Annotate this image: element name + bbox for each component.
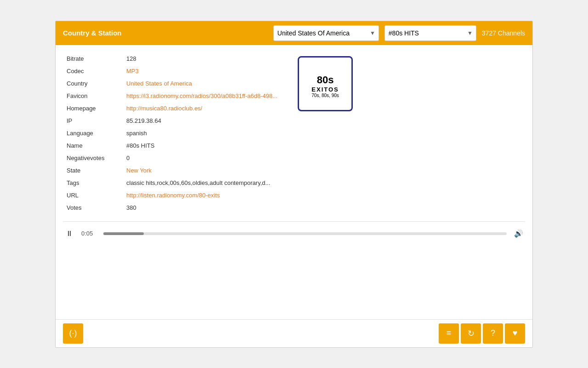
info-value: 380 xyxy=(123,201,281,214)
table-row: IP85.219.38.64 xyxy=(63,115,281,127)
table-row: StateNew York xyxy=(63,164,281,177)
radio-icon-button[interactable]: (·) xyxy=(63,323,83,344)
volume-button[interactable]: 🔊 xyxy=(512,227,525,240)
logo-exitos: EXITOS xyxy=(311,86,339,93)
info-label: State xyxy=(63,164,123,177)
table-row: Languagespanish xyxy=(63,127,281,139)
info-label: Codec xyxy=(63,65,123,77)
info-label: Country xyxy=(63,77,123,90)
table-row: Bitrate128 xyxy=(63,52,281,65)
info-value: classic hits,rock,00s,60s,oldies,adult c… xyxy=(123,177,281,189)
info-value[interactable]: New York xyxy=(123,164,281,177)
info-label: Votes xyxy=(63,201,123,214)
info-value: 128 xyxy=(123,52,281,65)
footer-right: ≡ ↻ ? ♥ xyxy=(439,323,525,344)
logo-years: 70s, 80s, 90s xyxy=(311,93,339,98)
header: Country & Station United States Of Ameri… xyxy=(56,21,532,45)
station-select-wrapper[interactable]: #80s HITS ▼ xyxy=(384,25,476,41)
info-value[interactable]: http://listen.radionomy.com/80-exits xyxy=(123,189,281,201)
table-row: Tagsclassic hits,rock,00s,60s,oldies,adu… xyxy=(63,177,281,189)
info-label: Language xyxy=(63,127,123,139)
info-value[interactable]: https://i3.radionomy.com/radios/300/a08b… xyxy=(123,90,281,102)
app-container: Country & Station United States Of Ameri… xyxy=(55,21,533,348)
station-logo: 80s EXITOS 70s, 80s, 90s xyxy=(298,56,353,111)
info-section: Bitrate128CodecMP3CountryUnited States o… xyxy=(63,52,281,214)
country-select-wrapper[interactable]: United States Of America ▼ xyxy=(273,25,379,41)
table-row: URLhttp://listen.radionomy.com/80-exits xyxy=(63,189,281,201)
info-table: Bitrate128CodecMP3CountryUnited States o… xyxy=(63,52,281,214)
table-row: Votes380 xyxy=(63,201,281,214)
channels-count: 3727 Channels xyxy=(482,29,525,37)
play-pause-button[interactable]: ⏸ xyxy=(63,227,76,240)
info-value[interactable]: http://musica80.radioclub.es/ xyxy=(123,102,281,115)
station-select[interactable]: #80s HITS xyxy=(384,25,476,41)
info-label: Favicon xyxy=(63,90,123,102)
list-button[interactable]: ≡ xyxy=(439,323,459,344)
table-row: Faviconhttps://i3.radionomy.com/radios/3… xyxy=(63,90,281,102)
time-display: 0:05 xyxy=(81,230,98,237)
info-label: Homepage xyxy=(63,102,123,115)
help-button[interactable]: ? xyxy=(483,323,503,344)
table-row: CountryUnited States of America xyxy=(63,77,281,90)
info-label: Bitrate xyxy=(63,52,123,65)
refresh-icon: ↻ xyxy=(468,328,475,339)
refresh-button[interactable]: ↻ xyxy=(461,323,481,344)
station-logo-area: 80s EXITOS 70s, 80s, 90s xyxy=(288,52,362,214)
table-row: Name#80s HITS xyxy=(63,139,281,152)
progress-bar-fill xyxy=(103,232,144,235)
table-row: CodecMP3 xyxy=(63,65,281,77)
info-value[interactable]: MP3 xyxy=(123,65,281,77)
info-label: Name xyxy=(63,139,123,152)
logo-80s: 80s xyxy=(317,69,334,86)
info-label: URL xyxy=(63,189,123,201)
help-icon: ? xyxy=(491,328,495,338)
radio-icon: (·) xyxy=(69,328,77,338)
info-value: 85.219.38.64 xyxy=(123,115,281,127)
info-value: spanish xyxy=(123,127,281,139)
footer: (·) ≡ ↻ ? ♥ xyxy=(56,319,532,347)
info-value: #80s HITS xyxy=(123,139,281,152)
list-icon: ≡ xyxy=(447,328,452,338)
info-label: Tags xyxy=(63,177,123,189)
info-value[interactable]: United States of America xyxy=(123,77,281,90)
header-title: Country & Station xyxy=(63,29,268,37)
player-section: ⏸ 0:05 🔊 xyxy=(56,222,532,246)
table-row: Negativevotes0 xyxy=(63,152,281,164)
info-label: IP xyxy=(63,115,123,127)
country-select[interactable]: United States Of America xyxy=(273,25,379,41)
info-label: Negativevotes xyxy=(63,152,123,164)
heart-button[interactable]: ♥ xyxy=(505,323,525,344)
progress-bar[interactable] xyxy=(103,232,507,235)
info-value: 0 xyxy=(123,152,281,164)
heart-icon: ♥ xyxy=(513,328,518,338)
main-content: Bitrate128CodecMP3CountryUnited States o… xyxy=(56,45,532,221)
table-row: Homepagehttp://musica80.radioclub.es/ xyxy=(63,102,281,115)
